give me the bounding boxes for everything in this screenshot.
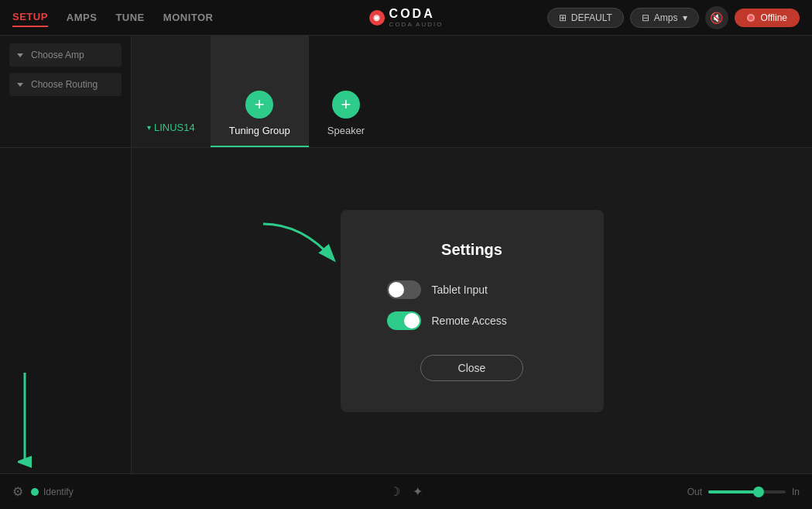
nav-tab-setup[interactable]: SETUP: [12, 8, 48, 27]
moon-icon[interactable]: ☽: [389, 484, 400, 499]
nav-tab-monitor[interactable]: MONITOR: [163, 9, 214, 26]
settings-modal: Settings Tablet Input Remote Access: [341, 210, 604, 412]
gear-icon[interactable]: ⚙: [12, 484, 23, 499]
logo-subtext: CODA AUDIO: [389, 21, 444, 28]
default-icon: ⊞: [559, 12, 567, 23]
remote-access-label: Remote Access: [432, 315, 507, 327]
default-button[interactable]: ⊞ DEFAULT: [547, 8, 624, 28]
remote-access-toggle[interactable]: [387, 311, 421, 330]
identify-label: Identify: [43, 487, 74, 497]
remote-access-row: Remote Access: [387, 311, 557, 330]
settings-title: Settings: [441, 241, 502, 259]
nav-right: ⊞ DEFAULT ⊟ Amps ▾ 🔇 Offline: [547, 6, 800, 29]
bottom-right: Out In: [687, 487, 800, 497]
amps-button[interactable]: ⊟ Amps ▾: [630, 8, 699, 28]
logo-area: ◉ CODA CODA AUDIO: [369, 7, 444, 28]
nav-tab-amps[interactable]: AMPS: [67, 9, 98, 26]
linus-chevron-icon: ▾: [147, 123, 151, 132]
top-nav: SETUP AMPS TUNE MONITOR ◉ CODA CODA AUDI…: [0, 0, 812, 36]
main-content: Settings Tablet Input Remote Access: [0, 148, 812, 473]
identify-button[interactable]: Identify: [31, 487, 74, 497]
left-panel: [0, 148, 132, 473]
choose-amp-button[interactable]: Choose Amp: [9, 43, 122, 67]
offline-button[interactable]: Offline: [735, 9, 800, 27]
in-label: In: [792, 487, 800, 497]
volume-knob: [753, 487, 764, 497]
tablet-input-label: Tablet Input: [432, 284, 488, 296]
tablet-input-row: Tablet Input: [387, 280, 557, 299]
center-area: Settings Tablet Input Remote Access: [132, 148, 812, 473]
amp-tab-tuning-group[interactable]: + Tuning Group: [211, 36, 309, 147]
tablet-input-toggle-knob: [389, 282, 404, 297]
linus-label: ▾ LINUS14: [147, 122, 195, 133]
volume-fill: [708, 490, 755, 494]
bottom-bar: ⚙ Identify ☽ ✦ Out In: [0, 473, 812, 509]
sun-icon[interactable]: ✦: [413, 484, 423, 499]
logo-container: CODA CODA AUDIO: [389, 7, 444, 28]
add-speaker-button[interactable]: +: [332, 91, 360, 119]
volume-slider[interactable]: [708, 490, 786, 494]
chevron-down-icon: ▾: [683, 12, 687, 23]
out-label: Out: [687, 487, 702, 497]
mute-button[interactable]: 🔇: [705, 6, 728, 29]
settings-items: Tablet Input Remote Access: [387, 280, 557, 330]
mute-icon: 🔇: [710, 12, 723, 24]
choose-routing-button[interactable]: Choose Routing: [9, 73, 122, 96]
nav-tab-tune[interactable]: TUNE: [115, 9, 144, 26]
add-tuning-group-button[interactable]: +: [245, 91, 273, 119]
connection-icon: ⊟: [642, 12, 649, 23]
nav-tabs: SETUP AMPS TUNE MONITOR: [12, 8, 213, 27]
sidebar-controls: Choose Amp Choose Routing: [0, 36, 132, 147]
amp-tab-speaker[interactable]: + Speaker: [309, 36, 383, 147]
remote-access-toggle-knob: [404, 313, 420, 328]
bottom-center-icons: ☽ ✦: [389, 484, 423, 499]
chevron-icon-2: [17, 83, 23, 87]
chevron-icon: [17, 53, 23, 57]
tablet-input-toggle[interactable]: [387, 280, 421, 299]
logo-text: CODA: [389, 7, 444, 21]
second-row: Choose Amp Choose Routing ▾ LINUS14 + Tu…: [0, 36, 812, 148]
coda-logo-icon: ◉: [369, 10, 385, 26]
amp-tab-linus14[interactable]: ▾ LINUS14: [132, 36, 211, 147]
tabs-area: ▾ LINUS14 + Tuning Group + Speaker: [132, 36, 812, 147]
offline-status-dot: [747, 14, 755, 22]
identify-dot: [31, 488, 39, 496]
close-button[interactable]: Close: [420, 355, 524, 381]
